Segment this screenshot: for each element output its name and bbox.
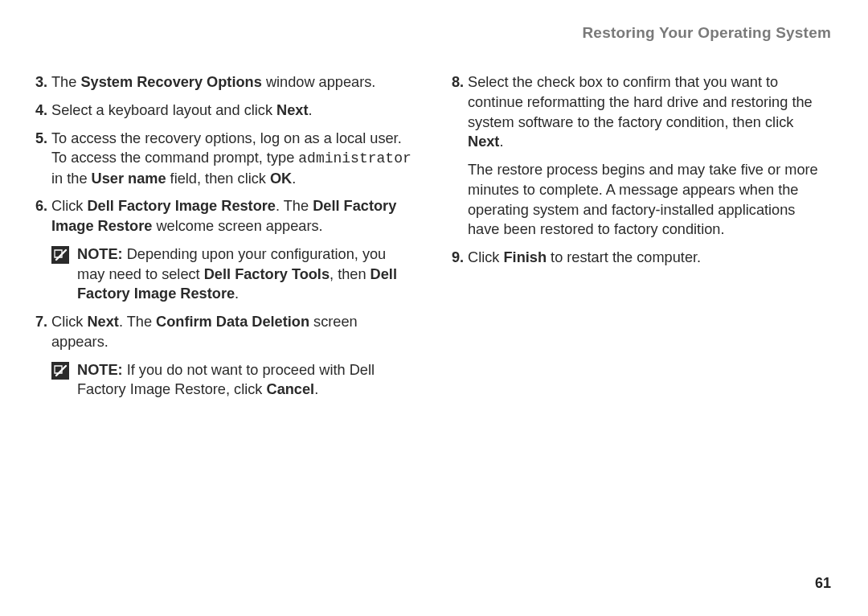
- note-icon: [51, 362, 69, 380]
- step-8-continuation: The restore process begins and may take …: [452, 160, 829, 240]
- step-number: 8.: [452, 72, 466, 92]
- step-number: 3.: [35, 72, 50, 92]
- steps-list-right-2: 9. Click Finish to restart the computer.: [452, 248, 829, 268]
- step-6: 6. Click Dell Factory Image Restore. The…: [35, 196, 413, 236]
- steps-list-left-2: 7. Click Next. The Confirm Data Deletion…: [35, 312, 413, 352]
- steps-list-right: 8. Select the check box to confirm that …: [452, 72, 829, 152]
- step-number: 7.: [35, 312, 50, 332]
- note-label: NOTE:: [77, 362, 123, 378]
- step-8: 8. Select the check box to confirm that …: [452, 72, 829, 152]
- step-number: 4.: [35, 101, 50, 121]
- step-3: 3. The System Recovery Options window ap…: [35, 72, 413, 92]
- step-number: 9.: [452, 248, 466, 268]
- step-9: 9. Click Finish to restart the computer.: [452, 248, 829, 268]
- page-header: Restoring Your Operating System: [35, 24, 833, 42]
- step-4: 4. Select a keyboard layout and click Ne…: [35, 101, 413, 121]
- steps-list-left: 3. The System Recovery Options window ap…: [35, 72, 413, 236]
- left-column: 3. The System Recovery Options window ap…: [35, 72, 413, 408]
- step-number: 6.: [35, 196, 50, 216]
- step-7: 7. Click Next. The Confirm Data Deletion…: [35, 312, 413, 352]
- note-2: NOTE: If you do not want to proceed with…: [35, 360, 413, 400]
- step-5: 5. To access the recovery options, log o…: [35, 129, 413, 189]
- content-columns: 3. The System Recovery Options window ap…: [35, 72, 833, 408]
- step-number: 5.: [35, 129, 50, 149]
- note-icon: [51, 246, 69, 264]
- right-column: 8. Select the check box to confirm that …: [452, 72, 829, 408]
- page-number: 61: [815, 575, 831, 592]
- document-page: Restoring Your Operating System 3. The S…: [0, 0, 868, 616]
- note-label: NOTE:: [77, 246, 123, 262]
- note-1: NOTE: Depending upon your configuration,…: [35, 244, 413, 304]
- header-title: Restoring Your Operating System: [582, 24, 831, 41]
